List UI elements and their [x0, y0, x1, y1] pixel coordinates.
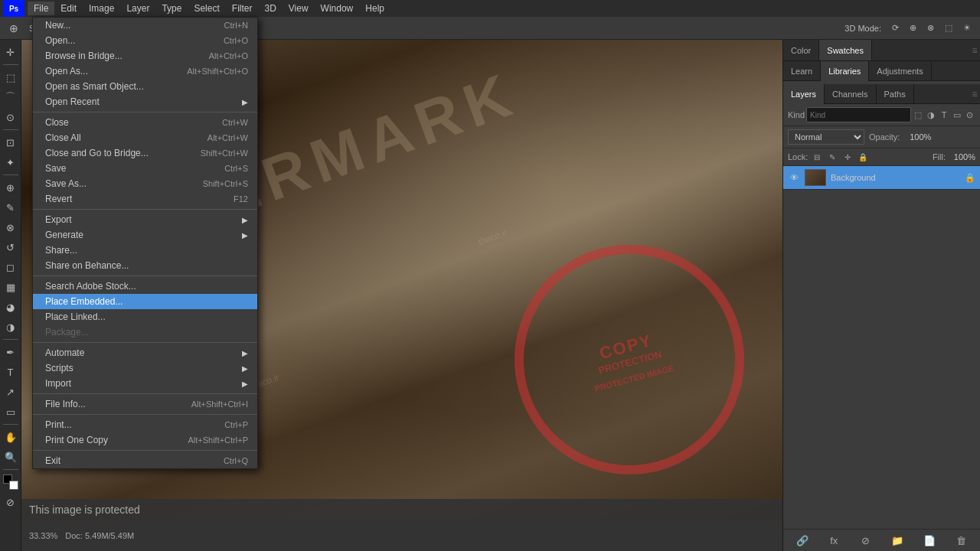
- quick-select-tool[interactable]: ⊙: [2, 108, 20, 126]
- menu-item-place-linked[interactable]: Place Linked...: [33, 309, 257, 324]
- menu-item-scripts[interactable]: Scripts ▶: [33, 360, 257, 376]
- panel-options-btn[interactable]: ≡: [969, 40, 980, 60]
- menu-file[interactable]: File: [28, 2, 54, 15]
- layers-panel-options[interactable]: ≡: [969, 84, 980, 103]
- lasso-tool[interactable]: ⌒: [2, 88, 20, 106]
- libraries-tabs: Learn Libraries Adjustments: [783, 61, 980, 81]
- menu-item-browse-bridge[interactable]: Browse in Bridge... Alt+Ctrl+O: [33, 48, 257, 64]
- menu-item-generate[interactable]: Generate ▶: [33, 227, 257, 243]
- zoom-level: 33.33%: [29, 531, 57, 540]
- eyedropper-tool[interactable]: ✦: [2, 153, 20, 171]
- tab-libraries[interactable]: Libraries: [821, 61, 869, 81]
- add-mask-btn[interactable]: ⊘: [858, 533, 874, 548]
- path-select-tool[interactable]: ↗: [2, 383, 20, 401]
- menu-item-automate[interactable]: Automate ▶: [33, 345, 257, 360]
- filter-pixel-btn[interactable]: ⬚: [913, 108, 924, 122]
- lock-image-btn[interactable]: ✎: [826, 151, 838, 163]
- crop-tool[interactable]: ⊡: [2, 133, 20, 152]
- delete-layer-btn[interactable]: 🗑: [953, 533, 969, 548]
- text-tool[interactable]: T: [2, 363, 20, 381]
- menu-item-open-as[interactable]: Open As... Alt+Shift+Ctrl+O: [33, 64, 257, 79]
- dodge-tool[interactable]: ◑: [2, 318, 20, 336]
- opacity-label: Opacity:: [869, 132, 900, 142]
- menu-layer[interactable]: Layer: [120, 2, 155, 15]
- menu-item-close-bridge[interactable]: Close and Go to Bridge... Shift+Ctrl+W: [33, 145, 257, 161]
- menu-item-exit[interactable]: Exit Ctrl+Q: [33, 453, 257, 468]
- history-brush[interactable]: ↺: [2, 238, 20, 256]
- lock-transparent-btn[interactable]: ⊟: [811, 151, 823, 163]
- lock-position-btn[interactable]: ✛: [841, 151, 854, 163]
- menu-image[interactable]: Image: [83, 2, 120, 15]
- shape-tool[interactable]: ▭: [2, 403, 20, 421]
- menu-item-close-all[interactable]: Close All Alt+Ctrl+W: [33, 130, 257, 145]
- add-style-btn[interactable]: fx: [826, 533, 841, 548]
- hand-tool[interactable]: ✋: [2, 428, 20, 446]
- eraser-tool[interactable]: ◻: [2, 258, 20, 276]
- zoom-tool[interactable]: 🔍: [2, 448, 20, 466]
- separator-5: [33, 393, 257, 394]
- tab-adjustments[interactable]: Adjustments: [869, 61, 932, 81]
- new-group-btn[interactable]: 📁: [890, 533, 905, 548]
- move-tool[interactable]: ✛: [2, 43, 20, 61]
- pen-tool[interactable]: ✒: [2, 343, 20, 361]
- menu-filter[interactable]: Filter: [226, 2, 259, 15]
- menu-item-print-copy[interactable]: Print One Copy Alt+Shift+Ctrl+P: [33, 432, 257, 448]
- filter-smart-btn[interactable]: ⊙: [964, 108, 975, 122]
- menu-item-open-smart[interactable]: Open as Smart Object...: [33, 79, 257, 94]
- 3d-zoom-btn[interactable]: ⊗: [924, 21, 937, 34]
- menu-item-revert[interactable]: Revert F12: [33, 191, 257, 207]
- layers-filter-input[interactable]: [806, 107, 911, 122]
- link-layers-btn[interactable]: 🔗: [795, 533, 810, 548]
- tab-swatches[interactable]: Swatches: [819, 40, 872, 60]
- menu-window[interactable]: Window: [315, 2, 360, 15]
- menu-item-export[interactable]: Export ▶: [33, 212, 257, 227]
- 3d-orbit-btn[interactable]: ⟳: [889, 21, 902, 34]
- left-toolbar: ✛ ⬚ ⌒ ⊙ ⊡ ✦ ⊕ ✎ ⊗ ↺ ◻ ▦ ◕ ◑ ✒ T ↗ ▭ ✋ 🔍 …: [0, 40, 21, 551]
- layers-search-bar: Kind ⬚ ◑ T ▭ ⊙: [783, 104, 980, 126]
- tab-channels[interactable]: Channels: [825, 84, 876, 104]
- blend-mode-select[interactable]: Normal Multiply Screen Overlay: [788, 129, 864, 145]
- fg-bg-colors[interactable]: [2, 473, 20, 491]
- 3d-camera-btn[interactable]: ⬚: [942, 21, 956, 34]
- layer-visibility-background[interactable]: 👁: [788, 171, 800, 184]
- menu-item-share[interactable]: Share...: [33, 243, 257, 258]
- menu-item-close[interactable]: Close Ctrl+W: [33, 115, 257, 130]
- clone-tool[interactable]: ⊗: [2, 218, 20, 236]
- menu-item-search-stock[interactable]: Search Adobe Stock...: [33, 279, 257, 294]
- marquee-tool[interactable]: ⬚: [2, 68, 20, 86]
- gradient-tool[interactable]: ▦: [2, 278, 20, 296]
- menu-item-import[interactable]: Import ▶: [33, 376, 257, 391]
- menu-item-file-info[interactable]: File Info... Alt+Shift+Ctrl+I: [33, 396, 257, 412]
- filter-adjust-btn[interactable]: ◑: [926, 108, 937, 122]
- quick-mask[interactable]: ⊘: [2, 493, 20, 511]
- menu-item-open-recent[interactable]: Open Recent ▶: [33, 94, 257, 109]
- menu-edit[interactable]: Edit: [54, 2, 83, 15]
- lock-all-btn[interactable]: 🔒: [857, 151, 869, 163]
- brush-tool[interactable]: ✎: [2, 198, 20, 217]
- menu-item-open[interactable]: Open... Ctrl+O: [33, 33, 257, 48]
- 3d-lights-btn[interactable]: ☀: [960, 21, 974, 34]
- blur-tool[interactable]: ◕: [2, 298, 20, 316]
- tab-paths[interactable]: Paths: [877, 84, 914, 104]
- menu-select[interactable]: Select: [188, 2, 225, 15]
- menu-item-save[interactable]: Save Ctrl+S: [33, 161, 257, 176]
- filter-shape-btn[interactable]: ▭: [951, 108, 962, 122]
- tab-learn[interactable]: Learn: [783, 61, 821, 81]
- menu-item-share-behance[interactable]: Share on Behance...: [33, 258, 257, 273]
- layer-item-background[interactable]: 👁 Background 🔒: [783, 166, 980, 190]
- menu-view[interactable]: View: [283, 2, 315, 15]
- new-layer-btn[interactable]: 📄: [922, 533, 937, 548]
- tab-layers[interactable]: Layers: [783, 84, 825, 104]
- menu-3d[interactable]: 3D: [258, 2, 282, 15]
- menu-type[interactable]: Type: [155, 2, 188, 15]
- healing-tool[interactable]: ⊕: [2, 178, 20, 197]
- menu-item-save-as[interactable]: Save As... Shift+Ctrl+S: [33, 176, 257, 191]
- menu-item-new[interactable]: New... Ctrl+N: [33, 18, 257, 33]
- tab-color[interactable]: Color: [783, 40, 819, 60]
- menu-item-place-embedded[interactable]: Place Embedded...: [33, 294, 257, 309]
- filter-type-btn[interactable]: T: [939, 108, 950, 122]
- layer-name-background: Background: [831, 173, 960, 182]
- menu-help[interactable]: Help: [359, 2, 390, 15]
- 3d-pan-btn[interactable]: ⊕: [906, 21, 920, 34]
- menu-item-print[interactable]: Print... Ctrl+P: [33, 417, 257, 432]
